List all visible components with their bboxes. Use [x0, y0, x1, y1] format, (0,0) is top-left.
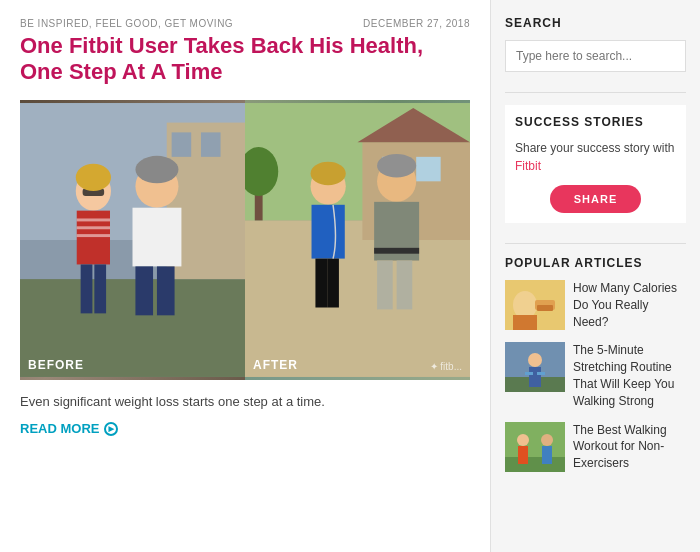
article-1-title: How Many Calories Do You Really Need? — [573, 280, 686, 330]
popular-article-2[interactable]: The 5-Minute Stretching Routine That Wil… — [505, 342, 686, 409]
read-more-text: READ MORE — [20, 421, 99, 436]
success-title: SUCCESS STORIES — [515, 115, 676, 129]
svg-rect-31 — [315, 258, 327, 307]
svg-rect-12 — [94, 264, 106, 313]
svg-point-38 — [377, 154, 416, 177]
svg-rect-17 — [135, 266, 153, 315]
share-button[interactable]: SHARE — [550, 185, 642, 213]
svg-rect-22 — [245, 220, 470, 377]
success-text: Share your success story with Fitbit — [515, 139, 676, 175]
article-excerpt: Even significant weight loss starts one … — [20, 392, 470, 412]
search-section: SEARCH — [505, 16, 686, 72]
svg-point-53 — [517, 434, 529, 446]
divider-2 — [505, 243, 686, 244]
svg-point-19 — [135, 156, 178, 183]
svg-point-47 — [528, 353, 542, 367]
sidebar: SEARCH SUCCESS STORIES Share your succes… — [490, 0, 700, 552]
svg-rect-37 — [397, 260, 413, 309]
article-meta: BE INSPIRED, FEEL GOOD, GET MOVING DECEM… — [20, 18, 470, 29]
article-2-title: The 5-Minute Stretching Routine That Wil… — [573, 342, 686, 409]
read-more-link[interactable]: READ MORE ► — [20, 421, 470, 436]
svg-rect-48 — [529, 367, 541, 387]
article-thumb-1 — [505, 280, 565, 330]
svg-rect-9 — [77, 226, 110, 229]
svg-rect-26 — [416, 157, 440, 181]
read-more-arrow-icon: ► — [104, 422, 118, 436]
svg-rect-39 — [374, 248, 419, 254]
popular-title: POPULAR ARTICLES — [505, 256, 686, 270]
fitbit-watermark: ✦ fitb... — [430, 361, 462, 372]
article-thumb-3 — [505, 422, 565, 472]
popular-article-3[interactable]: The Best Walking Workout for Non-Exercis… — [505, 422, 686, 472]
svg-rect-32 — [327, 258, 339, 307]
article-thumb-2 — [505, 342, 565, 392]
svg-rect-50 — [537, 372, 545, 375]
search-input[interactable] — [505, 40, 686, 72]
article-date: DECEMBER 27, 2018 — [363, 18, 470, 29]
main-content: BE INSPIRED, FEEL GOOD, GET MOVING DECEM… — [0, 0, 490, 552]
article-title: One Fitbit User Takes Back His Health, O… — [20, 33, 470, 86]
before-label: BEFORE — [28, 358, 84, 372]
svg-point-41 — [513, 291, 537, 319]
svg-rect-4 — [172, 132, 192, 156]
after-image: AFTER ✦ fitb... — [245, 100, 470, 380]
svg-point-55 — [541, 434, 553, 446]
svg-rect-30 — [312, 205, 345, 259]
svg-rect-52 — [505, 457, 565, 472]
popular-article-1[interactable]: How Many Calories Do You Really Need? — [505, 280, 686, 330]
article-3-title: The Best Walking Workout for Non-Exercis… — [573, 422, 686, 472]
article-images: BEFORE — [20, 100, 470, 380]
popular-articles-section: POPULAR ARTICLES How Many Calories Do Yo… — [505, 256, 686, 472]
svg-point-14 — [76, 163, 111, 190]
tagline-text: BE INSPIRED, FEEL GOOD, GET MOVING — [20, 18, 233, 29]
fitbit-link[interactable]: Fitbit — [515, 159, 541, 173]
divider-1 — [505, 92, 686, 93]
svg-rect-8 — [77, 218, 110, 221]
svg-rect-42 — [513, 315, 537, 330]
svg-rect-49 — [525, 372, 533, 375]
svg-point-33 — [311, 162, 346, 185]
search-title: SEARCH — [505, 16, 686, 30]
svg-rect-36 — [377, 260, 393, 309]
svg-rect-54 — [518, 446, 528, 464]
svg-rect-56 — [542, 446, 552, 464]
svg-rect-11 — [81, 264, 93, 313]
svg-rect-18 — [157, 266, 175, 315]
svg-rect-5 — [201, 132, 221, 156]
svg-rect-10 — [77, 234, 110, 237]
before-image: BEFORE — [20, 100, 245, 380]
success-text-prefix: Share your success story with — [515, 141, 674, 155]
svg-rect-16 — [133, 207, 182, 266]
after-label: AFTER — [253, 358, 298, 372]
success-section: SUCCESS STORIES Share your success story… — [505, 105, 686, 223]
svg-rect-44 — [537, 305, 553, 311]
